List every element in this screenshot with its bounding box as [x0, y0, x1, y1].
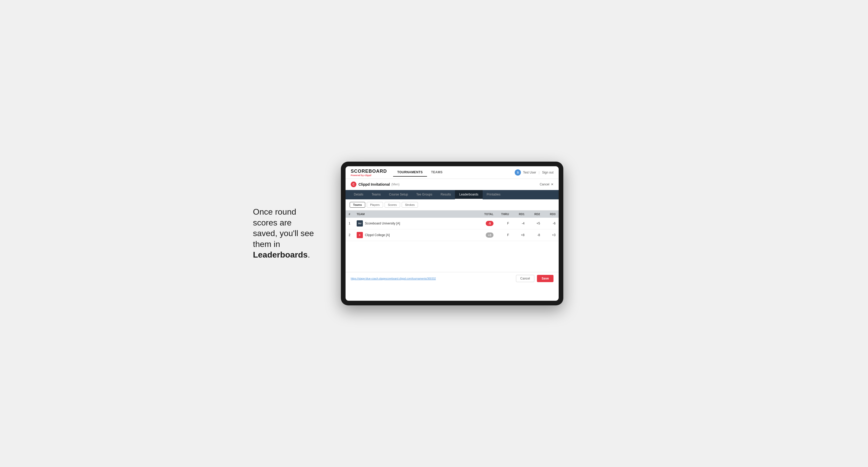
rd3-cell: +3: [543, 229, 559, 241]
logo-area: SCOREBOARD Powered by clippd: [351, 168, 387, 177]
tournament-subtitle: (Men): [391, 183, 399, 186]
footer-cancel-button[interactable]: Cancel: [516, 275, 534, 282]
header-left: SCOREBOARD Powered by clippd TOURNAMENTS…: [351, 168, 447, 177]
tab-results[interactable]: Results: [436, 190, 455, 199]
table-row: 2 C Clippd College [A] +3 F +8 -8: [345, 229, 559, 241]
content-spacer: [345, 241, 559, 272]
rd3-cell: -6: [543, 218, 559, 229]
team-logo-cell: SU Scoreboard University [A]: [356, 220, 473, 226]
tab-bar: Details Teams Course Setup Tee Groups Re…: [345, 190, 559, 199]
footer-buttons: Cancel Save: [516, 275, 554, 282]
team-logo-icon: C: [356, 232, 363, 238]
left-description: Once round scores are saved, you'll see …: [253, 207, 326, 260]
col-rd2: RD2: [528, 211, 543, 218]
user-avatar: S: [515, 169, 521, 176]
nav-teams[interactable]: TEAMS: [427, 168, 447, 177]
logo-text: SCOREBOARD: [351, 168, 387, 174]
filter-players-button[interactable]: Players: [367, 202, 383, 208]
rank-cell: 1: [345, 218, 353, 229]
sign-out-link[interactable]: Sign out: [542, 171, 554, 174]
leaderboard-table: # TEAM TOTAL THRU RD1 RD2 RD3 1: [345, 211, 559, 241]
team-cell: SU Scoreboard University [A]: [353, 218, 476, 229]
team-name: Clippd College [A]: [365, 233, 390, 237]
rd1-cell: +8: [512, 229, 528, 241]
rd1-cell: -4: [512, 218, 528, 229]
tournament-title: Clippd Invitational: [359, 182, 390, 186]
tab-details[interactable]: Details: [350, 190, 368, 199]
left-line5-bold: Leaderboards: [253, 250, 308, 259]
filter-scores-button[interactable]: Scores: [384, 202, 400, 208]
main-nav: TOURNAMENTS TEAMS: [393, 168, 447, 177]
left-line3: saved, you'll see: [253, 228, 314, 238]
tablet-device: SCOREBOARD Powered by clippd TOURNAMENTS…: [341, 162, 563, 305]
cancel-tournament-button[interactable]: Cancel ✕: [540, 183, 554, 186]
tab-leaderboards[interactable]: Leaderboards: [455, 190, 483, 199]
close-icon: ✕: [551, 183, 554, 186]
rd2-cell: -8: [528, 229, 543, 241]
app-header: SCOREBOARD Powered by clippd TOURNAMENTS…: [345, 166, 559, 179]
col-team: TEAM: [353, 211, 476, 218]
footer-save-button[interactable]: Save: [537, 275, 554, 282]
col-rank: #: [345, 211, 353, 218]
tournament-left: C Clippd Invitational (Men): [351, 182, 400, 187]
nav-tournaments[interactable]: TOURNAMENTS: [393, 168, 427, 177]
thru-cell: F: [497, 229, 512, 241]
filter-bar: Teams Players Scores Strokes: [345, 199, 559, 211]
tab-teams[interactable]: Teams: [368, 190, 385, 199]
user-name: Test User: [523, 171, 536, 174]
col-total: TOTAL: [476, 211, 497, 218]
filter-teams-button[interactable]: Teams: [350, 202, 365, 208]
table-row: 1 SU Scoreboard University [A] -5 F -4: [345, 218, 559, 229]
total-cell: -5: [476, 218, 497, 229]
left-line2: scores are: [253, 218, 291, 227]
left-line5-end: .: [308, 250, 310, 259]
score-badge: -5: [486, 221, 494, 226]
tab-printables[interactable]: Printables: [483, 190, 505, 199]
header-right: S Test User | Sign out: [515, 169, 554, 176]
left-line4: them in: [253, 240, 280, 249]
url-bar: https://stage-blue-coach.stagescoreboard…: [351, 277, 436, 280]
rank-cell: 2: [345, 229, 353, 241]
thru-cell: F: [497, 218, 512, 229]
rd2-cell: +5: [528, 218, 543, 229]
tab-tee-groups[interactable]: Tee Groups: [412, 190, 436, 199]
score-badge: +3: [486, 232, 494, 238]
total-cell: +3: [476, 229, 497, 241]
team-logo-icon: SU: [356, 220, 363, 226]
tournament-bar: C Clippd Invitational (Men) Cancel ✕: [345, 179, 559, 190]
filter-strokes-button[interactable]: Strokes: [402, 202, 418, 208]
team-cell: C Clippd College [A]: [353, 229, 476, 241]
tab-course-setup[interactable]: Course Setup: [385, 190, 412, 199]
left-line1: Once round: [253, 207, 296, 216]
page-wrapper: Once round scores are saved, you'll see …: [253, 162, 615, 305]
col-rd1: RD1: [512, 211, 528, 218]
logo-powered: Powered by clippd: [351, 174, 387, 177]
col-rd3: RD3: [543, 211, 559, 218]
team-name: Scoreboard University [A]: [365, 222, 400, 225]
tournament-logo: C: [351, 182, 356, 187]
col-thru: THRU: [497, 211, 512, 218]
footer-bar: https://stage-blue-coach.stagescoreboard…: [345, 272, 559, 285]
team-logo-cell: C Clippd College [A]: [356, 232, 473, 238]
tablet-screen: SCOREBOARD Powered by clippd TOURNAMENTS…: [345, 166, 559, 301]
